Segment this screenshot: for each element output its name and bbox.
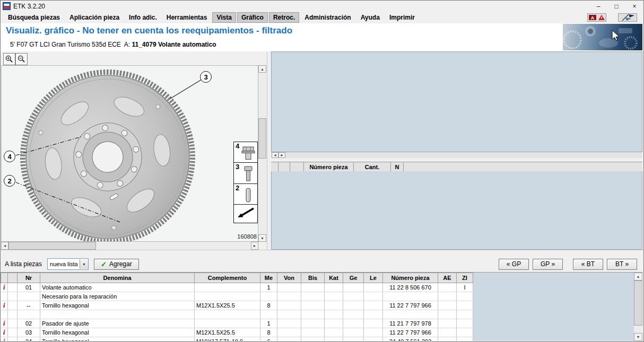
- list-toolbar: A lista piezas nueva lista ▼ ✓ Agregar «…: [1, 256, 643, 272]
- nav-button[interactable]: « BT: [573, 259, 603, 270]
- ae-cell: [438, 301, 457, 310]
- menu-item[interactable]: Vista: [212, 12, 236, 23]
- scroll-left-arrow[interactable]: [272, 152, 279, 158]
- info-cell: [1, 319, 8, 328]
- scroll-right-arrow[interactable]: [279, 152, 285, 158]
- menu-item[interactable]: Búsqueda piezas: [4, 12, 64, 23]
- zoom-in-button[interactable]: [3, 53, 15, 65]
- table-row[interactable]: -- Tornillo hexagonal M12X1.5X25.5 8 11 …: [1, 301, 473, 310]
- hotspot-col-header[interactable]: [271, 162, 279, 172]
- scroll-up-arrow[interactable]: [634, 273, 642, 280]
- nav-button[interactable]: « GP: [499, 259, 529, 270]
- select-cell: [8, 292, 18, 301]
- diagram-canvas[interactable]: 3 4 2 4 3: [1, 65, 258, 242]
- minimize-button[interactable]: –: [589, 1, 607, 12]
- table-row[interactable]: 02 Pasador de ajuste 1 11 21 7 797 978: [1, 319, 473, 328]
- vscroll-thumb[interactable]: [634, 280, 642, 326]
- numero-pieza-cell: 11 21 7 797 978: [383, 319, 438, 328]
- parts-table-col-header[interactable]: Kat: [325, 273, 343, 283]
- hotspot-col-header[interactable]: Número pieza: [304, 162, 354, 172]
- vertical-splitter[interactable]: [267, 51, 271, 250]
- parts-list-combobox[interactable]: nueva lista ▼: [47, 258, 89, 270]
- hotspot-col-header[interactable]: [279, 162, 290, 172]
- menu-item[interactable]: Administración: [300, 12, 355, 23]
- legend-item-4[interactable]: 4: [233, 142, 258, 163]
- parts-table-col-header[interactable]: Ge: [343, 273, 364, 283]
- parts-table-col-header[interactable]: [1, 273, 8, 283]
- info-icon[interactable]: [3, 283, 5, 291]
- add-to-list-button[interactable]: ✓ Agregar: [94, 259, 139, 270]
- scroll-down-arrow[interactable]: [258, 234, 266, 242]
- flywheel-drawing: [2, 66, 258, 241]
- app-icon: [3, 2, 11, 10]
- graphic-vscrollbar[interactable]: [258, 65, 266, 242]
- hotspot-detail-area[interactable]: [271, 51, 642, 152]
- info-icon[interactable]: [3, 337, 5, 341]
- scroll-down-arrow[interactable]: [634, 333, 642, 341]
- warning-icon[interactable]: A: [587, 13, 606, 22]
- menu-item[interactable]: Aplicación pieza: [65, 12, 124, 23]
- menu-item[interactable]: Imprimir: [385, 12, 419, 23]
- denomina-cell: [40, 310, 195, 319]
- parts-table-col-header[interactable]: Bis: [301, 273, 325, 283]
- scroll-right-arrow[interactable]: [251, 242, 258, 250]
- menu-item[interactable]: Gráfico: [237, 12, 268, 23]
- complemento-cell: M12X1.5X25.5: [195, 328, 260, 337]
- parts-table-header-row: NrDenominaComplementoMeVonBisKatGeLeNúme…: [1, 273, 473, 283]
- zoom-out-button[interactable]: [15, 53, 28, 65]
- info-icon[interactable]: [3, 319, 5, 327]
- nav-button[interactable]: BT »: [607, 259, 637, 270]
- scroll-up-arrow[interactable]: [258, 65, 266, 73]
- nr-cell: [18, 310, 40, 319]
- graphic-hscrollbar[interactable]: [1, 242, 258, 250]
- scroll-left-arrow[interactable]: [1, 242, 8, 250]
- nr-cell: --: [18, 301, 40, 310]
- menu-item[interactable]: Info adic.: [125, 12, 161, 23]
- hscroll-thumb[interactable]: [8, 242, 96, 250]
- flags-icon[interactable]: [618, 13, 637, 22]
- hotspot-list-area[interactable]: [271, 171, 642, 250]
- menu-item[interactable]: Ayuda: [356, 12, 384, 23]
- numero-pieza-cell: 11 22 7 797 966: [383, 301, 438, 310]
- parts-table-col-header[interactable]: Complemento: [195, 273, 260, 283]
- table-row[interactable]: [1, 310, 473, 319]
- callout-2[interactable]: 2: [4, 175, 15, 187]
- vscroll-thumb[interactable]: [258, 118, 266, 159]
- callout-4[interactable]: 4: [4, 151, 15, 162]
- von-cell: [277, 310, 301, 319]
- legend-item-arrow[interactable]: [233, 204, 258, 223]
- legend-item-2[interactable]: 2: [233, 183, 258, 205]
- parts-table-col-header[interactable]: AE: [438, 273, 457, 283]
- parts-table-col-header[interactable]: Denomina: [40, 273, 195, 283]
- menu-item[interactable]: Herramientas: [162, 12, 212, 23]
- callout-3[interactable]: 3: [200, 71, 212, 83]
- legend-item-3[interactable]: 3: [233, 162, 258, 184]
- info-icon[interactable]: [3, 301, 5, 309]
- table-row[interactable]: 04 Tornillo hexagonal M10X17,5Z1-10.9 6 …: [1, 337, 473, 341]
- close-button[interactable]: ×: [625, 1, 643, 12]
- table-vscrollbar[interactable]: [634, 273, 642, 341]
- hotspot-col-header[interactable]: Cant.: [354, 162, 391, 172]
- table-row[interactable]: 01 Volante automatico 1 11 22 8 506 670 …: [1, 283, 473, 292]
- chevron-down-icon[interactable]: ▼: [80, 259, 88, 269]
- parts-table-col-header[interactable]: Número pieza: [383, 273, 438, 283]
- ae-cell: [438, 337, 457, 341]
- parts-table-col-header[interactable]: [8, 273, 18, 283]
- hotspot-col-header[interactable]: [290, 162, 304, 172]
- maximize-button[interactable]: □: [607, 1, 625, 12]
- table-row[interactable]: Necesario para la reparación: [1, 292, 473, 301]
- parts-table-col-header[interactable]: Von: [277, 273, 301, 283]
- menu-item[interactable]: Retroc.: [269, 12, 299, 23]
- parts-table-col-header[interactable]: Me: [260, 273, 277, 283]
- zi-cell: [457, 337, 473, 341]
- parts-table-col-header[interactable]: Nr: [18, 273, 40, 283]
- parts-table-col-header[interactable]: Le: [364, 273, 383, 283]
- parts-table-col-header[interactable]: ZI: [457, 273, 473, 283]
- info-icon[interactable]: [3, 328, 5, 336]
- horizontal-splitter[interactable]: [271, 158, 642, 162]
- window-title: ETK 3.2.20: [13, 3, 45, 10]
- nav-button[interactable]: GP »: [533, 259, 563, 270]
- hotspot-hscrollbar[interactable]: [271, 152, 642, 158]
- table-row[interactable]: 03 Tornillo hexagonal M12X1.5X25.5 8 11 …: [1, 328, 473, 337]
- hotspot-col-header[interactable]: N: [391, 162, 404, 172]
